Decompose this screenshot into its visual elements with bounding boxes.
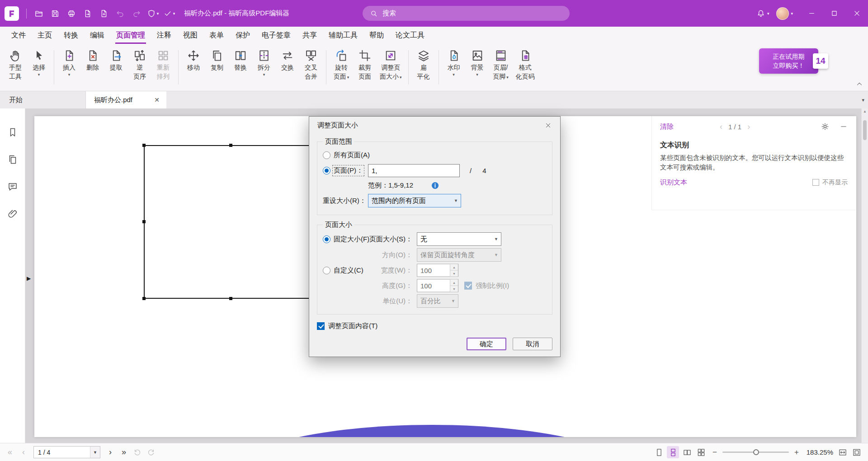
gear-icon[interactable] [821, 122, 830, 131]
ribbon-item-resize[interactable]: 调整页面大小▾ [377, 47, 405, 91]
collapse-panel-icon[interactable] [840, 122, 848, 131]
resize-handle[interactable] [229, 297, 232, 300]
menu-表单[interactable]: 表单 [203, 27, 230, 44]
ribbon-item-crop[interactable]: 裁剪页面 [353, 47, 377, 91]
menu-文件[interactable]: 文件 [5, 27, 32, 44]
ribbon-item-move[interactable]: 移动 [182, 47, 205, 91]
fixed-size-label[interactable]: 固定大小(F) [334, 235, 369, 244]
ribbon-item-replace[interactable]: 替换 [229, 47, 252, 91]
pages-label[interactable]: 页面(P)： [334, 166, 363, 175]
ribbon-item-flatten[interactable]: 扁平化 [412, 47, 435, 91]
page-single-button[interactable] [653, 446, 665, 458]
menu-注释[interactable]: 注释 [151, 27, 177, 44]
save-button[interactable] [47, 6, 63, 21]
zoom-in-button[interactable]: + [792, 448, 801, 457]
dont-show-checkbox[interactable] [812, 179, 819, 186]
ribbon-item-hand[interactable]: 手型工具 [4, 47, 27, 91]
custom-size-radio[interactable] [323, 267, 330, 274]
all-pages-label[interactable]: 所有页面(A) [334, 151, 370, 160]
fit-page-button[interactable] [850, 446, 863, 458]
adjust-content-checkbox[interactable] [317, 322, 325, 330]
app-logo[interactable] [5, 6, 19, 21]
close-button[interactable] [845, 0, 868, 27]
ribbon-item-select[interactable]: 选择▾ [27, 47, 51, 91]
fit-width-button[interactable] [836, 446, 849, 458]
tab-document-active[interactable]: 福昕办公.pdf ✕ [86, 91, 166, 108]
page-facing-button[interactable] [681, 446, 693, 458]
trial-buy-button[interactable]: 正在试用期 立即购买！ [759, 48, 818, 74]
ribbon-item-copy[interactable]: 复制 [205, 47, 229, 91]
menu-视图[interactable]: 视图 [177, 27, 203, 44]
ribbon-item-split[interactable]: 拆分▾ [252, 47, 276, 91]
fixed-size-radio[interactable] [323, 235, 330, 243]
menu-帮助[interactable]: 帮助 [363, 27, 390, 44]
ok-button[interactable]: 确定 [467, 338, 506, 350]
scrollbar-thumb[interactable] [863, 120, 867, 140]
chevron-down-icon[interactable]: ▼ [90, 447, 100, 458]
page-continuous-button[interactable] [667, 446, 679, 458]
scroll-up-icon[interactable]: ▲ [862, 109, 868, 113]
adjust-content-label[interactable]: 调整页面内容(T) [328, 322, 377, 330]
notifications-button[interactable]: ▾ [756, 9, 769, 18]
cancel-button[interactable]: 取消 [513, 338, 552, 350]
zoom-out-button[interactable]: − [710, 448, 719, 457]
menu-主页[interactable]: 主页 [32, 27, 58, 44]
dialog-titlebar[interactable]: 调整页面大小 [309, 117, 560, 134]
panel-bookmark-button[interactable] [6, 126, 19, 139]
dialog-close-button[interactable] [540, 118, 556, 132]
ribbon-item-pagenumber[interactable]: 格式化页码 [513, 47, 538, 91]
protect-button[interactable]: ▾ [145, 6, 160, 21]
expand-panel-handle[interactable]: ▶ [25, 272, 32, 285]
menu-页面管理[interactable]: 页面管理 [110, 27, 151, 44]
ribbon-item-reverse[interactable]: 逆页序 [128, 47, 151, 91]
page-facing-cont-button[interactable] [695, 446, 707, 458]
menu-共享[interactable]: 共享 [297, 27, 323, 44]
folder-open-button[interactable] [31, 6, 47, 21]
menu-辅助工具[interactable]: 辅助工具 [323, 27, 363, 44]
tab-close-icon[interactable]: ✕ [152, 95, 162, 105]
resize-handle[interactable] [142, 220, 146, 223]
ribbon-item-insert[interactable]: 插入▾ [57, 47, 81, 91]
menu-电子签章[interactable]: 电子签章 [256, 27, 297, 44]
ribbon-item-headerfooter[interactable]: 页眉/页脚▾ [489, 47, 513, 91]
tab-list-button[interactable]: ▾ [862, 91, 864, 108]
page-size-select[interactable]: 无 ▼ [417, 232, 501, 246]
ribbon-item-swap[interactable]: 交换 [276, 47, 299, 91]
search-input[interactable]: 搜索 [363, 6, 570, 21]
minimize-button[interactable] [800, 0, 823, 27]
next-page-button[interactable]: › [104, 446, 117, 459]
menu-转换[interactable]: 转换 [58, 27, 84, 44]
info-icon[interactable] [430, 181, 440, 190]
resize-scope-select[interactable]: 范围内的所有页面 ▼ [368, 194, 461, 207]
last-page-button[interactable]: » [118, 446, 130, 459]
clear-button[interactable]: 清除 [660, 122, 674, 131]
menu-编辑[interactable]: 编辑 [84, 27, 110, 44]
page-number-combo[interactable]: 1 / 4 ▼ [33, 446, 100, 458]
menu-保护[interactable]: 保护 [230, 27, 256, 44]
collapse-ribbon-button[interactable] [855, 80, 863, 88]
tab-start[interactable]: 开始 [0, 91, 86, 108]
print-button[interactable] [64, 6, 79, 21]
resize-handle[interactable] [142, 297, 146, 300]
ribbon-item-extract[interactable]: 提取 [104, 47, 128, 91]
checkmark-button[interactable]: ▾ [161, 6, 177, 21]
ribbon-item-watermark[interactable]: 水印▾ [442, 47, 466, 91]
ribbon-item-rotate[interactable]: 旋转页面▾ [330, 47, 353, 91]
all-pages-radio[interactable] [323, 151, 330, 159]
custom-size-label[interactable]: 自定义(C) [334, 266, 363, 275]
resize-handle[interactable] [229, 144, 232, 147]
export-doc-button[interactable] [80, 6, 95, 21]
pages-range-input[interactable] [368, 164, 460, 177]
new-doc-button[interactable] [96, 6, 112, 21]
ribbon-item-background[interactable]: 背景▾ [466, 47, 489, 91]
maximize-button[interactable] [823, 0, 845, 27]
pages-radio[interactable] [323, 167, 330, 174]
dont-show-again[interactable]: 不再显示 [812, 179, 848, 187]
rectangle-annotation[interactable] [144, 145, 318, 299]
vertical-scrollbar[interactable]: ▲ [861, 108, 868, 443]
account-button[interactable]: ▾ [776, 7, 793, 20]
panel-pages-button[interactable] [6, 153, 19, 166]
resize-handle[interactable] [142, 144, 146, 147]
panel-attachment-button[interactable] [6, 207, 19, 221]
ribbon-item-crossmerge[interactable]: 交叉合并 [299, 47, 323, 91]
